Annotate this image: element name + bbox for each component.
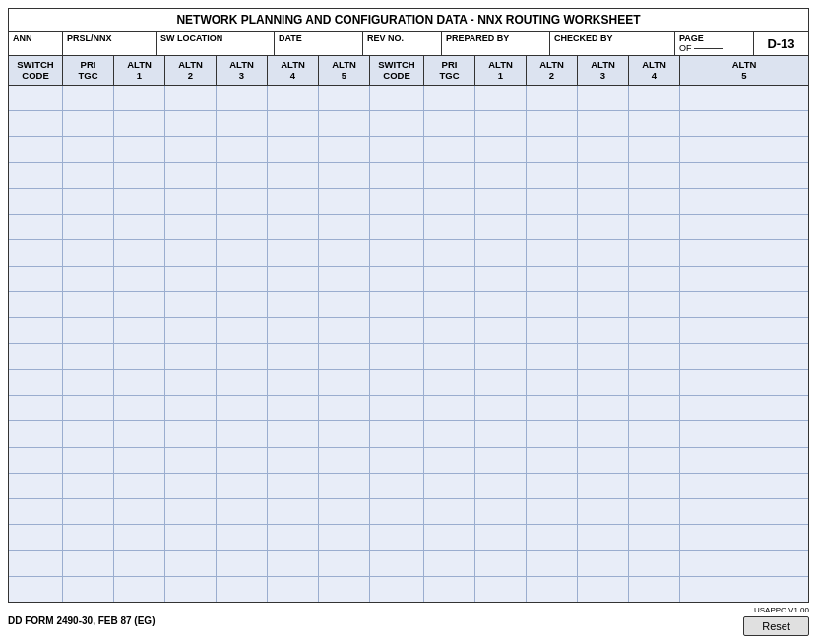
data-cell (63, 396, 114, 420)
data-cell (680, 448, 808, 473)
data-cell (63, 474, 114, 498)
data-cell (629, 318, 680, 343)
data-cell (475, 448, 527, 473)
data-cell (63, 448, 114, 473)
data-cell (370, 344, 424, 368)
data-cell (424, 474, 475, 498)
data-cell (424, 86, 475, 110)
doc-id-cell: D-13 (754, 32, 808, 55)
data-cell (680, 86, 808, 110)
data-cell (629, 370, 680, 395)
data-cell (63, 240, 114, 265)
data-cell (475, 137, 527, 161)
data-cell (319, 551, 370, 576)
data-cell (370, 240, 424, 265)
data-cell (319, 267, 370, 291)
of-line: OF (679, 43, 749, 53)
data-cell (578, 396, 629, 420)
data-cell (217, 318, 268, 343)
page: NETWORK PLANNING AND CONFIGURATION DATA … (0, 0, 817, 644)
data-cell (319, 474, 370, 498)
data-cell (319, 318, 370, 343)
data-cell (319, 577, 370, 602)
data-cell (424, 499, 475, 524)
data-cell (217, 163, 268, 188)
table-row (9, 525, 808, 550)
data-cell (9, 267, 63, 291)
data-cell (165, 344, 217, 368)
data-cell (424, 344, 475, 368)
ann-cell: ANN (9, 32, 63, 55)
footer-right: USAPPC V1.00 Reset (743, 606, 809, 636)
table-row (9, 86, 808, 111)
data-cell (9, 163, 63, 188)
data-cell (217, 111, 268, 136)
data-cell (63, 267, 114, 291)
data-cell (629, 474, 680, 498)
data-cell (527, 448, 578, 473)
of-underline (694, 48, 723, 49)
data-cell (370, 267, 424, 291)
data-cell (527, 474, 578, 498)
data-cell (165, 551, 217, 576)
data-cell (629, 267, 680, 291)
data-cell (578, 137, 629, 161)
col-header-8: PRI TGC (424, 56, 475, 85)
table-row (9, 163, 808, 189)
data-cell (217, 525, 268, 549)
data-cell (217, 215, 268, 239)
col-header-1: PRI TGC (63, 56, 114, 85)
prsl-cell: PRSL/NNX (63, 32, 157, 55)
data-cell (629, 292, 680, 317)
prsl-label: PRSL/NNX (67, 33, 152, 43)
table-row (9, 292, 808, 318)
data-cell (217, 474, 268, 498)
table-row (9, 240, 808, 266)
reset-button[interactable]: Reset (743, 616, 809, 636)
data-cell (370, 163, 424, 188)
table-row (9, 344, 808, 369)
data-cell (370, 577, 424, 602)
data-cell (9, 448, 63, 473)
data-cell (629, 163, 680, 188)
data-cell (114, 292, 165, 317)
data-cell (268, 215, 319, 239)
data-cell (370, 292, 424, 317)
data-cell (680, 525, 808, 549)
page-cell: PAGE OF (675, 32, 754, 55)
data-cell (424, 111, 475, 136)
data-cell (629, 421, 680, 446)
data-cell (527, 240, 578, 265)
data-cell (165, 499, 217, 524)
data-cell (629, 240, 680, 265)
data-cell (114, 577, 165, 602)
data-cell (319, 344, 370, 368)
data-cell (629, 86, 680, 110)
data-cell (680, 240, 808, 265)
data-cell (217, 137, 268, 161)
data-cell (114, 267, 165, 291)
form-label: DD FORM 2490-30, FEB 87 (EG) (8, 615, 155, 626)
data-cell (424, 215, 475, 239)
table-row (9, 215, 808, 240)
table-row (9, 189, 808, 215)
data-cell (370, 551, 424, 576)
data-cell (63, 577, 114, 602)
table-row (9, 499, 808, 525)
data-cell (9, 86, 63, 110)
page-label: PAGE (679, 33, 749, 43)
data-cell (114, 370, 165, 395)
data-cell (319, 111, 370, 136)
data-cell (268, 267, 319, 291)
data-cell (578, 499, 629, 524)
data-cell (424, 318, 475, 343)
data-cell (268, 448, 319, 473)
table-row (9, 137, 808, 162)
data-cell (475, 396, 527, 420)
data-cell (370, 421, 424, 446)
data-cell (424, 551, 475, 576)
data-cell (527, 318, 578, 343)
data-cell (114, 396, 165, 420)
data-cell (527, 396, 578, 420)
data-cell (217, 396, 268, 420)
